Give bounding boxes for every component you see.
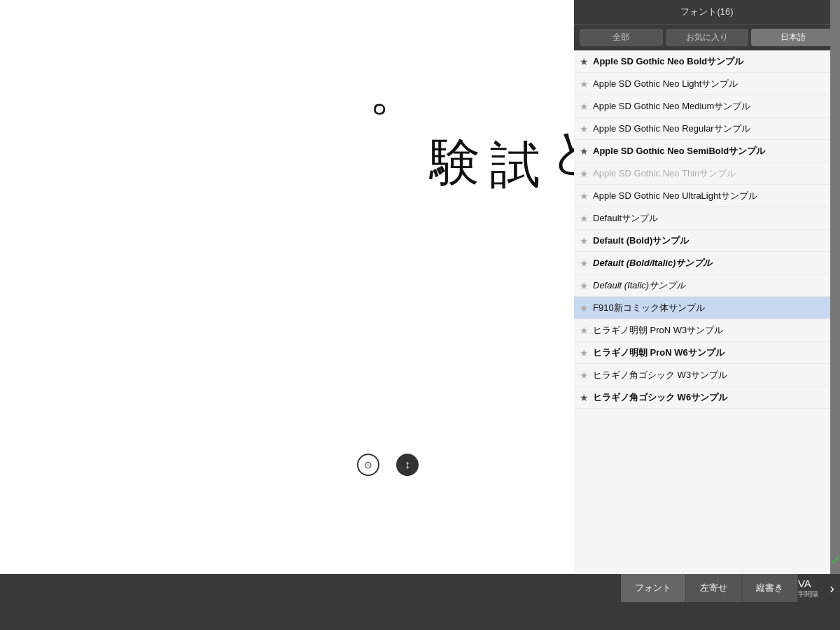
font-star[interactable]: ★ <box>580 392 589 403</box>
font-star[interactable]: ★ <box>580 280 589 291</box>
font-list-item[interactable]: ★Apple SD Gothic Neo Thinサンプル <box>574 162 840 185</box>
font-name-label: Apple SD Gothic Neo Mediumサンプル <box>593 100 834 113</box>
font-panel: フォント(16) 全部 お気に入り 日本語 ★Apple SD Gothic N… <box>574 0 840 574</box>
font-name-label: Apple SD Gothic Neo Thinサンプル <box>593 167 834 180</box>
toolbar-more[interactable]: › <box>830 580 834 596</box>
toolbar-tab-row: フォント 左寄せ 縦書き <box>621 574 798 602</box>
font-list[interactable]: ★Apple SD Gothic Neo Boldサンプル★Apple SD G… <box>574 50 840 574</box>
font-name-label: Defaultサンプル <box>593 212 834 225</box>
confirm-button[interactable]: ✓ <box>830 553 841 568</box>
font-star[interactable]: ★ <box>580 370 589 381</box>
font-list-item[interactable]: ★ヒラギノ明朝 ProN W6サンプル <box>574 342 840 364</box>
font-list-item[interactable]: ★Apple SD Gothic Neo Regularサンプル <box>574 118 840 140</box>
spacing-icon: VA <box>798 578 811 589</box>
font-star[interactable]: ★ <box>580 101 589 112</box>
font-star[interactable]: ★ <box>580 146 589 157</box>
font-list-item[interactable]: ★ヒラギノ角ゴシック W3サンプル <box>574 364 840 386</box>
tab-japanese[interactable]: 日本語 <box>751 29 834 46</box>
font-list-item[interactable]: ★Apple SD Gothic Neo Lightサンプル <box>574 73 840 95</box>
font-star[interactable]: ★ <box>580 258 589 269</box>
font-name-label: ヒラギノ角ゴシック W3サンプル <box>593 369 834 382</box>
font-panel-title: フォント(16) <box>574 0 840 24</box>
font-star[interactable]: ★ <box>580 78 589 90</box>
font-name-label: Default (Bold/Italic)サンプル <box>593 257 834 270</box>
font-star[interactable]: ★ <box>580 325 589 336</box>
font-name-label: F910新コミック体サンプル <box>593 302 834 314</box>
tab-favorites[interactable]: お気に入り <box>666 29 749 46</box>
toolbar-tab-align[interactable]: 左寄せ <box>686 574 742 602</box>
bottom-toolbar: フォント 左寄せ 縦書き A サイズ AA スタイル A 背景 VA 文字間隔 … <box>0 574 840 630</box>
font-name-label: ヒラギノ角ゴシック W6サンプル <box>593 391 834 404</box>
font-list-item[interactable]: ★Default (Bold)サンプル <box>574 230 840 252</box>
tab-bar: 全部 お気に入り 日本語 <box>574 24 840 50</box>
more-icon: › <box>830 580 834 596</box>
font-name-label: ヒラギノ明朝 ProN W3サンプル <box>593 324 834 337</box>
font-name-label: Apple SD Gothic Neo SemiBoldサンプル <box>593 145 834 158</box>
toolbar-tab-vertical[interactable]: 縦書き <box>742 574 798 602</box>
font-name-label: Default (Italic)サンプル <box>593 279 834 292</box>
font-star[interactable]: ★ <box>580 347 589 358</box>
font-list-item[interactable]: ★Apple SD Gothic Neo Boldサンプル <box>574 50 840 73</box>
font-list-item[interactable]: ★Default (Bold/Italic)サンプル <box>574 252 840 274</box>
font-name-label: Apple SD Gothic Neo Boldサンプル <box>593 55 834 68</box>
move-icon[interactable]: ↕ <box>396 454 419 476</box>
font-star[interactable]: ★ <box>580 123 589 134</box>
font-star[interactable]: ★ <box>580 235 589 246</box>
font-star[interactable]: ★ <box>580 190 589 202</box>
font-name-label: Apple SD Gothic Neo UltraLightサンプル <box>593 190 834 202</box>
font-star[interactable]: ★ <box>580 302 589 314</box>
font-list-item[interactable]: ★ヒラギノ角ゴシック W6サンプル <box>574 386 840 409</box>
font-list-item[interactable]: ★Defaultサンプル <box>574 207 840 230</box>
tab-all[interactable]: 全部 <box>580 29 663 46</box>
font-name-label: ヒラギノ明朝 ProN W6サンプル <box>593 346 834 359</box>
font-list-item[interactable]: ★Apple SD Gothic Neo Mediumサンプル <box>574 95 840 118</box>
font-star[interactable]: ★ <box>580 213 589 224</box>
rotate-icon[interactable]: ⊙ <box>357 454 379 476</box>
font-name-label: Default (Bold)サンプル <box>593 234 834 247</box>
font-list-item[interactable]: ★Default (Italic)サンプル <box>574 274 840 297</box>
text-controls: ⊙ ↕ <box>357 454 419 476</box>
font-list-item[interactable]: ★F910新コミック体サンプル <box>574 297 840 319</box>
font-name-label: Apple SD Gothic Neo Lightサンプル <box>593 78 834 90</box>
font-list-item[interactable]: ★Apple SD Gothic Neo UltraLightサンプル <box>574 185 840 207</box>
font-star[interactable]: ★ <box>580 56 589 67</box>
font-star[interactable]: ★ <box>580 168 589 179</box>
font-list-item[interactable]: ★ヒラギノ明朝 ProN W3サンプル <box>574 319 840 342</box>
font-name-label: Apple SD Gothic Neo Regularサンプル <box>593 122 834 135</box>
toolbar-tab-font[interactable]: フォント <box>621 574 686 602</box>
font-list-item[interactable]: ★Apple SD Gothic Neo SemiBoldサンプル <box>574 140 840 162</box>
scrollbar-track: ✓ <box>830 0 840 574</box>
